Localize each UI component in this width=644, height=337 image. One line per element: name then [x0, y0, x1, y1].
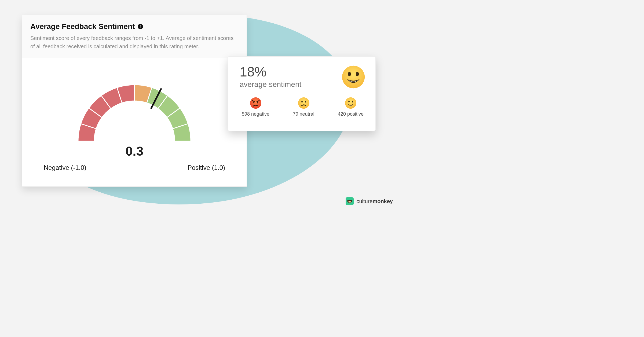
svg-point-10: [345, 97, 356, 109]
neutral-cell: 79 neutral: [293, 97, 314, 117]
svg-point-6: [257, 102, 258, 104]
summary-percent: 18%: [240, 65, 301, 79]
svg-point-12: [352, 101, 353, 102]
svg-point-4: [250, 97, 261, 109]
summary-subtitle: average sentiment: [240, 80, 301, 89]
svg-point-9: [305, 101, 306, 102]
brand-prefix: culture: [356, 198, 372, 204]
gauge-label-positive: Positive (1.0): [188, 164, 225, 171]
svg-point-11: [348, 101, 350, 102]
brand-badge-icon: [346, 197, 354, 205]
card-title: Average Feedback Sentiment i: [30, 22, 239, 31]
summary-text-block: 18% average sentiment: [240, 65, 301, 89]
gauge-label-negative: Negative (-1.0): [44, 164, 86, 171]
feedback-sentiment-card: Average Feedback Sentiment i Sentiment s…: [22, 15, 247, 187]
angry-emoji-icon: [250, 97, 262, 109]
summary-breakdown-row: 598 negative 79 neutral 420 positive: [240, 97, 366, 117]
smile-emoji-icon: [345, 97, 357, 109]
negative-count: 598 negative: [242, 111, 269, 117]
brand-bold: monkey: [372, 198, 393, 204]
positive-count: 420 positive: [338, 111, 364, 117]
card-title-text: Average Feedback Sentiment: [30, 22, 135, 31]
summary-top-row: 18% average sentiment: [240, 65, 366, 89]
monkey-icon: [347, 199, 352, 204]
card-header: Average Feedback Sentiment i Sentiment s…: [22, 15, 247, 58]
svg-point-5: [253, 102, 254, 104]
neutral-count: 79 neutral: [293, 111, 314, 117]
happy-emoji-icon: [341, 65, 366, 89]
svg-point-1: [342, 66, 365, 89]
svg-point-17: [349, 201, 349, 202]
negative-cell: 598 negative: [242, 97, 269, 117]
gauge-svg: [65, 69, 204, 149]
svg-point-18: [350, 201, 350, 202]
gauge-chart: 0.3 Negative (-1.0) Positive (1.0): [22, 58, 247, 176]
info-icon[interactable]: i: [138, 24, 143, 29]
gauge-axis-labels: Negative (-1.0) Positive (1.0): [22, 164, 247, 171]
svg-point-7: [298, 97, 309, 109]
brand-text: culturemonkey: [356, 198, 393, 204]
svg-point-8: [301, 101, 303, 102]
svg-point-2: [348, 72, 351, 76]
svg-point-3: [356, 72, 359, 76]
brand-logo[interactable]: culturemonkey: [346, 197, 393, 205]
neutral-emoji-icon: [298, 97, 310, 109]
gauge-value: 0.3: [126, 144, 144, 159]
positive-cell: 420 positive: [338, 97, 364, 117]
card-description: Sentiment score of every feedback ranges…: [30, 34, 234, 51]
sentiment-summary-card: 18% average sentiment: [228, 56, 376, 131]
